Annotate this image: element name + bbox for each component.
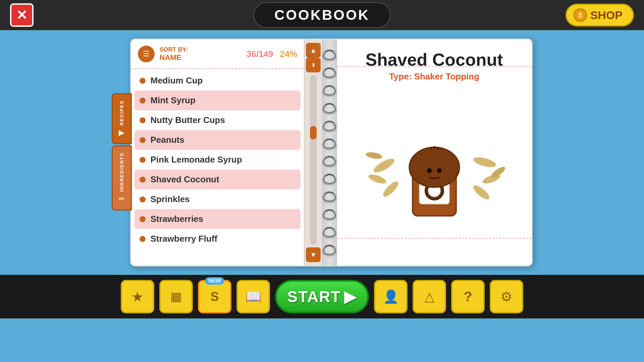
bullet-icon <box>140 196 146 202</box>
character-button[interactable]: 👤 <box>374 280 408 313</box>
scroll-up-button[interactable]: ▲ <box>306 43 321 58</box>
ingredient-list: Medium Cup Mint Syrup Nutty Butter Cups … <box>131 69 304 250</box>
character-icon: 👤 <box>383 289 399 304</box>
recipes-tab-icon: ▶ <box>119 128 124 137</box>
percent-value: 24% <box>280 49 297 59</box>
spiral-ring <box>323 85 336 96</box>
spiral-ring <box>323 156 336 167</box>
sort-count: 36/149 24% <box>247 49 298 59</box>
start-label: START <box>287 288 341 306</box>
book-icon: 📖 <box>246 289 261 304</box>
type-label: Type: <box>389 71 412 81</box>
ingredient-name: Strawberries <box>151 214 204 224</box>
special-button[interactable]: NEW S <box>198 280 231 313</box>
bottom-nav: ★ ▦ NEW S 📖 START ▶ 👤 △ ? ⚙ <box>0 275 644 318</box>
spiral-ring <box>323 191 336 202</box>
left-page: ☰ SORT BY: NAME 36/149 24% Medium Cup <box>131 40 304 265</box>
ingredients-tab-label: INGREDIENTS <box>119 153 124 192</box>
close-button[interactable]: ✕ <box>10 3 34 27</box>
spiral-binding <box>322 40 337 265</box>
scroll-area: ▲ ⬍ ▼ <box>304 40 322 265</box>
bullet-icon <box>140 78 146 84</box>
awards-button[interactable]: △ <box>413 280 446 313</box>
locker-button[interactable]: ▦ <box>159 280 193 313</box>
list-item[interactable]: Shaved Coconut <box>135 170 301 189</box>
ingredient-name: Peanuts <box>151 135 184 145</box>
scroll-thumb[interactable] <box>310 126 317 139</box>
svg-point-3 <box>365 151 382 160</box>
special-icon: S <box>210 290 219 304</box>
coin-icon: $ <box>574 8 587 22</box>
spiral-ring <box>323 227 336 238</box>
bullet-icon <box>140 137 146 143</box>
sort-by-text: SORT BY: <box>160 46 188 53</box>
scroll-track <box>310 75 317 245</box>
list-item[interactable]: Sprinkles <box>131 189 304 209</box>
list-item[interactable]: Peanuts <box>135 130 301 150</box>
ingredient-name: Pink Lemonade Syrup <box>151 155 242 165</box>
right-page: Shaved Coconut Type: Shaker Topping <box>337 40 532 265</box>
spiral-ring <box>323 103 336 114</box>
spiral-ring <box>323 121 336 131</box>
list-item[interactable]: Strawberry Fluff <box>131 229 304 249</box>
spiral-ring <box>323 245 336 255</box>
svg-point-14 <box>427 168 432 173</box>
svg-point-4 <box>472 155 497 169</box>
recipes-tab[interactable]: RECIPES ▶ <box>112 93 132 144</box>
bullet-icon <box>140 236 146 242</box>
top-bar: ✕ COOKBOOK $ SHOP <box>0 0 644 30</box>
cookbook-button[interactable]: 📖 <box>236 280 270 313</box>
scroll-both-button[interactable]: ⬍ <box>306 58 321 72</box>
svg-point-15 <box>437 168 442 173</box>
svg-point-18 <box>437 148 439 150</box>
shop-button[interactable]: $ SHOP <box>566 4 634 26</box>
spiral-ring <box>323 67 336 78</box>
svg-point-17 <box>433 146 435 148</box>
locker-icon: ▦ <box>170 290 182 304</box>
scroll-down-button[interactable]: ▼ <box>306 247 321 262</box>
title-badge: COOKBOOK <box>253 2 391 28</box>
ingredient-name: Nutty Butter Cups <box>151 115 225 125</box>
settings-button[interactable]: ⚙ <box>490 280 523 313</box>
start-button[interactable]: START ▶ <box>275 280 369 313</box>
sort-icon[interactable]: ☰ <box>138 46 155 62</box>
awards-icon: △ <box>425 289 434 304</box>
spiral-ring <box>323 138 336 149</box>
list-item[interactable]: Medium Cup <box>131 71 304 90</box>
svg-point-12 <box>409 147 460 187</box>
list-item[interactable]: Strawberries <box>135 209 301 229</box>
ingredient-display <box>351 88 518 223</box>
gear-icon: ⚙ <box>500 289 513 304</box>
new-badge: NEW <box>205 277 224 285</box>
type-value: Shaker Topping <box>414 71 480 81</box>
list-item[interactable]: Mint Syrup <box>135 90 301 110</box>
detail-ingredient-name: Shaved Coconut <box>351 50 518 70</box>
detail-ingredient-type: Type: Shaker Topping <box>351 71 518 82</box>
ingredients-tab[interactable]: INGREDIENTS ✏ <box>112 145 132 210</box>
app-title: COOKBOOK <box>274 7 370 23</box>
side-tabs: RECIPES ▶ INGREDIENTS ✏ <box>112 93 132 212</box>
favorites-button[interactable]: ★ <box>121 280 154 313</box>
ingredient-name: Shaved Coconut <box>151 174 219 185</box>
sort-label: SORT BY: NAME <box>160 46 188 62</box>
help-icon: ? <box>464 289 472 305</box>
count-value: 36/149 <box>247 49 273 59</box>
ingredient-name: Strawberry Fluff <box>151 234 217 244</box>
ingredient-name: Mint Syrup <box>151 95 196 106</box>
main-area: RECIPES ▶ INGREDIENTS ✏ ☰ SORT BY: NAME … <box>0 30 644 275</box>
recipes-tab-label: RECIPES <box>119 100 124 125</box>
help-button[interactable]: ? <box>451 280 485 313</box>
svg-point-0 <box>372 156 396 175</box>
spiral-ring <box>323 174 336 184</box>
ingredient-name: Medium Cup <box>151 75 203 86</box>
shop-label: SHOP <box>590 9 623 22</box>
sort-header: ☰ SORT BY: NAME 36/149 24% <box>131 40 304 69</box>
bullet-icon <box>140 98 146 104</box>
ingredients-tab-icon: ✏ <box>119 195 125 203</box>
list-item[interactable]: Nutty Butter Cups <box>131 110 304 130</box>
sort-name-text: NAME <box>160 53 188 62</box>
svg-point-16 <box>430 148 432 150</box>
spiral-ring <box>323 50 336 60</box>
list-item[interactable]: Pink Lemonade Syrup <box>131 150 304 170</box>
star-icon: ★ <box>131 289 144 305</box>
